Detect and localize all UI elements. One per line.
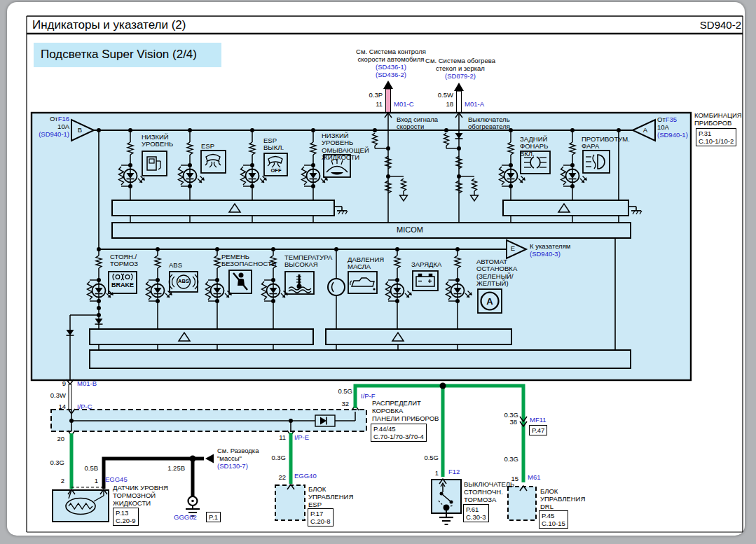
sw-conn-ref: C.30-3	[466, 513, 486, 521]
fuse-right-rating: 10A	[657, 124, 699, 131]
esp-page-ref: P.17	[310, 510, 331, 517]
cluster-conn-ref: C.10-1/10-2	[699, 137, 734, 145]
gnd-code: GGG02	[174, 514, 206, 521]
conn-m01a: M01-A	[465, 101, 500, 108]
cluster-page-ref: P.31	[699, 130, 734, 137]
label-oil: ДАВЛЕНИЯ МАСЛА	[348, 256, 392, 271]
pin-38: 38	[497, 419, 517, 426]
esp-refbox: P.17 C.20-8	[308, 508, 334, 526]
pin-18: 18	[425, 101, 453, 108]
label-speed-input: Вход сигнала скорости	[397, 116, 441, 131]
cluster-refbox: P.31 C.10-1/10-2	[696, 128, 736, 146]
conn-mf11: MF11	[530, 417, 559, 424]
esp-conn-ref: C.20-8	[310, 517, 331, 525]
gnd-ref-code: (SD130-7)	[217, 463, 276, 470]
label-abs: ABS	[169, 262, 197, 269]
pin-11: 11	[355, 101, 383, 108]
abs-icon-text: ABS	[174, 279, 193, 284]
label-charge: ЗАРЯДКА	[411, 261, 448, 268]
page-title: Индикаторы и указатели (2)	[32, 18, 186, 32]
e-pointer-text: К указателям	[530, 243, 586, 250]
auto-stop-icon-text: A	[478, 297, 502, 306]
label-temp: ТЕМПЕРАТУРА ВЫСОКАЯ	[284, 254, 341, 269]
label-esp-off: ESP ВЫКЛ.	[263, 137, 287, 152]
drl-page-ref: P.45	[542, 512, 565, 519]
gnd-page-ref: P.1	[209, 513, 218, 521]
wire-size-05g: 0.5G	[326, 388, 352, 395]
sw-conn: F12	[448, 468, 474, 475]
sensor-refbox: P.13 C.20-9	[113, 508, 139, 526]
drl-conn: M61	[528, 474, 556, 481]
wire-size-03g-esp: 0.3G	[259, 454, 286, 461]
conn-ipc: I/P-C	[77, 403, 106, 410]
label-auto-stop: АВТОМАТ ОСТАНОВКА (ЗЕЛЕНЫЙ/ ЖЕЛТЫЙ)	[476, 258, 518, 288]
section-title: Подсветка Super Vision (2/4)	[41, 48, 197, 62]
sw-name2: СТОЯНОЧН.	[464, 489, 528, 496]
sensor-pin1: 1	[83, 477, 98, 484]
jb-refbox: P.44/45 C.70-1/70-3/70-4	[371, 424, 427, 442]
heater-ref-line2: стекол и зеркал	[417, 65, 504, 72]
drl-pin: 15	[502, 475, 518, 482]
drl-conn-ref: C.10-15	[542, 519, 565, 527]
mf11-page-ref: P.47	[532, 426, 544, 434]
pin-20: 20	[46, 435, 64, 442]
sensor-conn-ref: C.20-9	[116, 517, 136, 524]
cluster-name2: ПРИБОРОВ	[694, 120, 750, 127]
pin-11b: 11	[268, 434, 286, 441]
sensor-name1: ДАТЧИК УРОВНЯ	[113, 484, 176, 491]
heater-ref-line1: См. Система обогрева	[417, 57, 504, 64]
label-park-brake: СТОЯН./ ТОРМОЗ	[110, 253, 146, 268]
jb-name1: РАСПРЕДЕЛИТ	[372, 400, 449, 407]
wire-size-05b: 0.5B	[71, 465, 98, 472]
sensor-pin2: 2	[49, 477, 64, 484]
sw-name3: ТОРМОЗА	[464, 496, 528, 503]
conn-m01c: M01-C	[394, 101, 429, 108]
wire-size-03p: 0.3P	[355, 92, 383, 99]
pin-9: 9	[48, 380, 66, 387]
brake-icon-text: BRAKE	[109, 282, 136, 288]
esp-pin: 22	[268, 474, 286, 481]
label-seat-belt: РЕМЕНЬ БЕЗОПАСНОСТИ	[221, 253, 279, 268]
e-pointer-ref: (SD940-3)	[530, 251, 586, 258]
wire-size-05g-sw: 0.5G	[412, 454, 439, 461]
cluster-name1: КОМБИНАЦИЯ	[694, 112, 750, 119]
esp-name1: БЛОК	[308, 486, 371, 493]
wire-size-05w: 0.5W	[425, 92, 453, 99]
pin-32: 32	[331, 400, 349, 407]
manual-page: Индикаторы и указатели (2) SD940-2 Подсв…	[7, 2, 745, 536]
sw-pin: 1	[426, 470, 439, 477]
sw-refbox: P.61 C.30-3	[463, 504, 489, 522]
fuse-left-rating: 10A	[27, 123, 69, 130]
label-tail-lamp: ЗАДНИЙ ФОНАРЬ ВКЛ.	[520, 136, 562, 158]
wire-size-03g-sensor: 0.3G	[38, 459, 64, 466]
e-pointer-tag: E	[506, 245, 520, 252]
fuse-right-tag: A	[638, 127, 652, 134]
section-title-highlight: Подсветка Super Vision (2/4)	[34, 43, 221, 67]
wire-size-125b: 1.25B	[157, 465, 185, 472]
jb-name2: КОРОБКА	[372, 407, 449, 414]
gnd-ref-line1: См. Разводка	[217, 447, 276, 454]
heater-ref-code1: (SD879-2)	[417, 73, 504, 80]
sw-name1: ВЫКЛЮЧАТЕЛЬ	[464, 481, 528, 488]
esp-name3: ESP	[308, 501, 371, 508]
pin-14: 14	[48, 403, 66, 410]
drl-refbox: P.45 C.10-15	[539, 510, 568, 529]
screenshot-stage: Индикаторы и указатели (2) SD940-2 Подсв…	[0, 0, 756, 544]
fuse-left-label: ОтF16	[27, 116, 69, 123]
conn-m01b: M01-B	[77, 380, 109, 387]
fuse-right-label: ОтF35	[657, 116, 699, 123]
label-fog-lamp: ПРОТИВОТУМ. ФАРА	[582, 136, 624, 151]
doc-code: SD940-2	[624, 19, 741, 31]
mf11-refbox: P.47	[529, 425, 547, 435]
fuse-left-tag: B	[73, 127, 87, 134]
drl-name1: БЛОК	[540, 488, 603, 495]
sensor-name2: ТОРМОЗНОЙ	[113, 492, 176, 499]
label-washer: НИЗКИЙ УРОВЕНЬ ОМЫВАЮЩЕЙ ЖИДКОСТИ	[322, 132, 368, 162]
speed-ref-line1: См. Система контроля	[348, 48, 434, 55]
sensor-conn: EGG45	[105, 476, 139, 483]
wire-size-03g-lower: 0.3G	[492, 456, 518, 463]
jb-name3: ПАНЕЛИ ПРИБОРОВ	[372, 415, 449, 422]
micom-label: MICOM	[397, 225, 439, 234]
label-heater-switch: Выключатель обогревателя	[468, 116, 518, 131]
gnd-refbox: P.1	[206, 512, 221, 522]
